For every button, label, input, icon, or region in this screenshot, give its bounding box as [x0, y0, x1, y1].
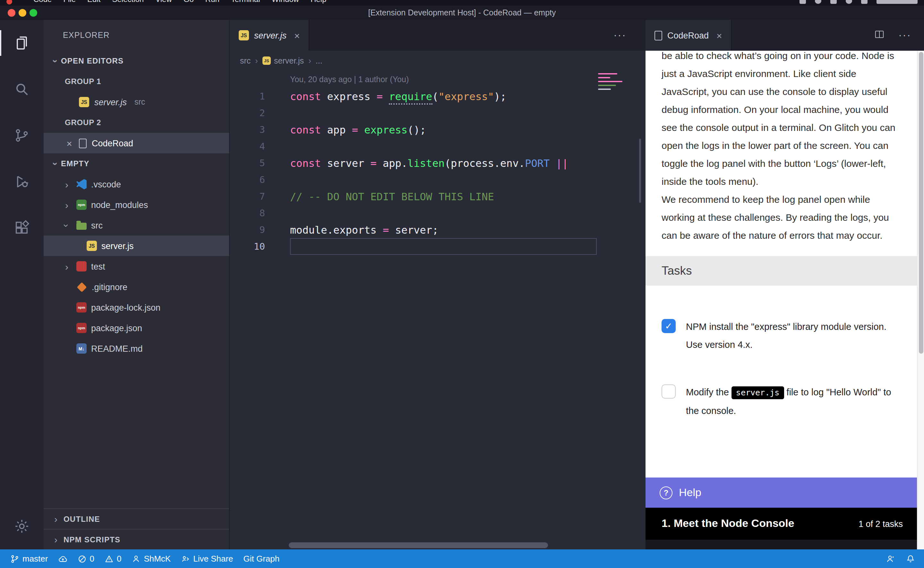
section-outline[interactable]: ›OUTLINE: [44, 508, 229, 529]
status-errors[interactable]: 0: [77, 554, 94, 563]
zoom-window-button[interactable]: [30, 9, 37, 17]
apple-menu-icon[interactable]: [6, 0, 12, 5]
code-line-8[interactable]: 8: [230, 205, 645, 221]
tree-item-vscode[interactable]: ›.vscode: [44, 174, 229, 195]
chevron-right-icon: ›: [51, 514, 61, 524]
lesson-footer[interactable]: 1. Meet the Node Console 1 of 2 tasks: [645, 508, 917, 540]
close-icon[interactable]: ×: [65, 138, 74, 148]
breadcrumb-file-label: server.js: [274, 56, 304, 65]
code-token: ();: [407, 124, 426, 136]
activity-run-debug-icon[interactable]: [0, 159, 44, 205]
menu-item-code[interactable]: Code: [33, 0, 52, 4]
menu-item-go[interactable]: Go: [184, 0, 194, 4]
activity-search-icon[interactable]: [0, 66, 44, 112]
code-token: app.: [383, 157, 407, 169]
split-editor-icon[interactable]: [874, 29, 884, 41]
code-line-3[interactable]: 3const app = express();: [230, 121, 645, 138]
open-editors-label: OPEN EDITORS: [61, 56, 124, 65]
menu-item-selection[interactable]: Selection: [112, 0, 144, 4]
more-actions-icon[interactable]: ···: [898, 29, 911, 42]
tree-item-server-js[interactable]: JSserver.js: [44, 236, 229, 256]
open-editor-coderoad[interactable]: ×CodeRoad: [44, 133, 229, 153]
code-editor[interactable]: You, 20 days ago | 1 author (You) 1const…: [230, 71, 645, 549]
code-line-6[interactable]: 6: [230, 171, 645, 188]
sidebar-title: EXPLORER: [44, 20, 229, 51]
minimap[interactable]: [598, 73, 626, 92]
chevron-down-icon: ›: [61, 220, 72, 230]
code-line-1[interactable]: 1const express = require("express");: [230, 88, 645, 104]
activity-settings-icon[interactable]: [0, 503, 44, 549]
breadcrumb-server-js[interactable]: JS server.js: [262, 56, 304, 65]
tree-item-node-modules[interactable]: ›npmnode_modules: [44, 195, 229, 215]
tree-item-readme-md[interactable]: M↓README.md: [44, 338, 229, 359]
horizontal-scrollbar[interactable]: [289, 542, 548, 548]
close-tab-icon[interactable]: ×: [294, 30, 300, 41]
tree-item-gitignore[interactable]: .gitignore: [44, 276, 229, 297]
more-actions-icon[interactable]: ···: [613, 29, 626, 42]
status-sync-cloud[interactable]: [58, 554, 67, 563]
code-line-2[interactable]: 2: [230, 104, 645, 121]
breadcrumb-src[interactable]: src: [240, 56, 250, 65]
status-git-graph[interactable]: Git Graph: [244, 554, 280, 563]
status-label: 0: [89, 554, 94, 563]
menu-item-file[interactable]: File: [63, 0, 76, 4]
tree-item-test[interactable]: ›test: [44, 256, 229, 276]
tree-item-label: package.json: [91, 323, 142, 333]
open-editor-server-js[interactable]: JSserver.jssrc: [44, 92, 229, 112]
chevron-right-icon: ›: [62, 199, 72, 210]
tree-item-package-lock-json[interactable]: npmpackage-lock.json: [44, 297, 229, 318]
status-bell[interactable]: [906, 554, 915, 563]
activity-bar: [0, 20, 44, 549]
chevron-right-icon: ›: [62, 179, 72, 190]
workspace-header[interactable]: › EMPTY: [44, 153, 229, 174]
close-tab-icon[interactable]: ×: [716, 30, 722, 41]
chevron-right-icon: ›: [62, 261, 72, 272]
minimize-window-button[interactable]: [19, 9, 26, 17]
code-line-4[interactable]: 4: [230, 138, 645, 155]
status-live-share[interactable]: Live Share: [181, 554, 233, 563]
panel-scrollbar-thumb[interactable]: [919, 52, 923, 353]
menu-item-run[interactable]: Run: [205, 0, 219, 4]
tab-coderoad[interactable]: CodeRoad ×: [645, 20, 732, 51]
code-line-10[interactable]: 10: [230, 238, 645, 255]
code-token: const: [290, 157, 327, 169]
status-feedback[interactable]: [885, 554, 894, 563]
code-token: const: [290, 90, 327, 103]
feedback-icon: [885, 554, 894, 563]
open-editor-label: CodeRoad: [92, 138, 133, 148]
line-number: 1: [230, 91, 265, 101]
help-icon: ?: [660, 486, 672, 499]
vertical-scrollbar[interactable]: [639, 139, 641, 203]
tree-item-src[interactable]: ›src: [44, 215, 229, 236]
status-warnings[interactable]: 0: [105, 554, 121, 563]
menu-item-help[interactable]: Help: [311, 0, 326, 4]
open-editors-header[interactable]: › OPEN EDITORS: [44, 51, 229, 71]
status-person[interactable]: ShMcK: [131, 554, 171, 563]
menu-status-icon: [815, 0, 822, 4]
tree-item-package-json[interactable]: npmpackage.json: [44, 318, 229, 338]
section-npm-scripts[interactable]: ›NPM SCRIPTS: [44, 529, 229, 549]
menu-item-view[interactable]: View: [155, 0, 172, 4]
breadcrumb-symbol[interactable]: ...: [316, 56, 323, 65]
code-line-5[interactable]: 5const server = app.listen(process.env.P…: [230, 155, 645, 171]
tree-item-label: server.js: [101, 241, 134, 251]
menu-item-edit[interactable]: Edit: [87, 0, 100, 4]
menu-item-window[interactable]: Window: [272, 0, 299, 4]
close-window-button[interactable]: [8, 9, 15, 17]
code-line-9[interactable]: 9module.exports = server;: [230, 221, 645, 238]
checkbox-unchecked[interactable]: [662, 384, 676, 399]
js-file-icon: JS: [79, 97, 89, 107]
tab-server-js[interactable]: JS server.js ×: [230, 20, 310, 51]
help-bar[interactable]: ? Help: [645, 477, 917, 508]
activity-explorer-icon[interactable]: [0, 20, 44, 66]
menu-status-icon: [799, 0, 806, 4]
code-line-7[interactable]: 7// -- DO NOT EDIT BELOW THIS LINE: [230, 188, 645, 205]
activity-source-control-icon[interactable]: [0, 112, 44, 159]
help-label: Help: [679, 486, 701, 499]
activity-extensions-icon[interactable]: [0, 205, 44, 251]
menu-item-terminal[interactable]: Terminal: [231, 0, 260, 4]
status-git-branch[interactable]: master: [10, 554, 48, 563]
panel-scrollbar-track[interactable]: [917, 51, 924, 549]
code-token: const: [290, 124, 327, 136]
checkbox-checked[interactable]: ✓: [662, 319, 676, 333]
